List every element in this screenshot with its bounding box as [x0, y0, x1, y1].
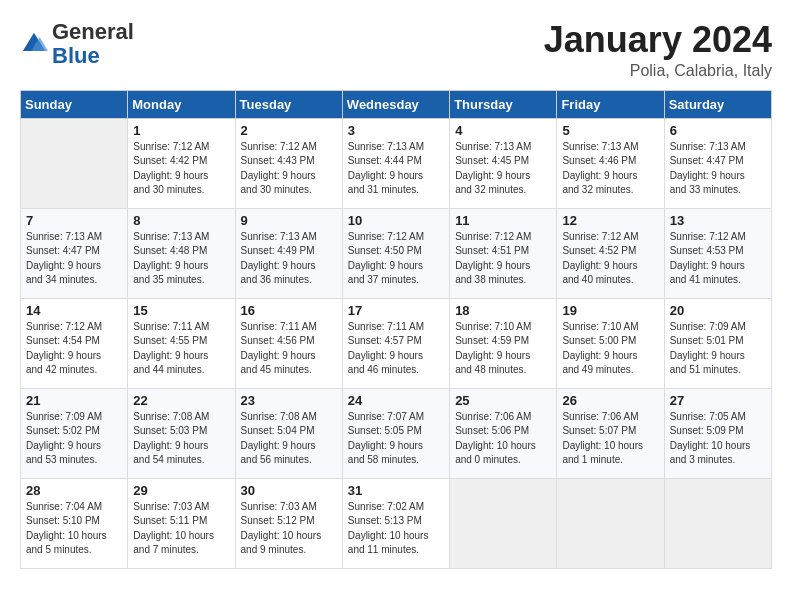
calendar-day-cell: 4Sunrise: 7:13 AM Sunset: 4:45 PM Daylig… — [450, 118, 557, 208]
day-number: 29 — [133, 483, 229, 498]
calendar-day-cell: 26Sunrise: 7:06 AM Sunset: 5:07 PM Dayli… — [557, 388, 664, 478]
day-of-week-header: Tuesday — [235, 90, 342, 118]
day-number: 13 — [670, 213, 766, 228]
day-info: Sunrise: 7:06 AM Sunset: 5:06 PM Dayligh… — [455, 410, 551, 468]
calendar-day-cell: 13Sunrise: 7:12 AM Sunset: 4:53 PM Dayli… — [664, 208, 771, 298]
calendar-week-row: 14Sunrise: 7:12 AM Sunset: 4:54 PM Dayli… — [21, 298, 772, 388]
day-info: Sunrise: 7:02 AM Sunset: 5:13 PM Dayligh… — [348, 500, 444, 558]
day-info: Sunrise: 7:04 AM Sunset: 5:10 PM Dayligh… — [26, 500, 122, 558]
calendar-day-cell — [450, 478, 557, 568]
day-number: 25 — [455, 393, 551, 408]
day-info: Sunrise: 7:12 AM Sunset: 4:42 PM Dayligh… — [133, 140, 229, 198]
day-number: 8 — [133, 213, 229, 228]
day-info: Sunrise: 7:13 AM Sunset: 4:47 PM Dayligh… — [670, 140, 766, 198]
logo-general: General — [52, 19, 134, 44]
day-info: Sunrise: 7:13 AM Sunset: 4:44 PM Dayligh… — [348, 140, 444, 198]
calendar-day-cell: 8Sunrise: 7:13 AM Sunset: 4:48 PM Daylig… — [128, 208, 235, 298]
calendar-day-cell: 17Sunrise: 7:11 AM Sunset: 4:57 PM Dayli… — [342, 298, 449, 388]
calendar-day-cell: 14Sunrise: 7:12 AM Sunset: 4:54 PM Dayli… — [21, 298, 128, 388]
day-info: Sunrise: 7:12 AM Sunset: 4:53 PM Dayligh… — [670, 230, 766, 288]
day-of-week-header: Monday — [128, 90, 235, 118]
day-of-week-header: Wednesday — [342, 90, 449, 118]
day-info: Sunrise: 7:12 AM Sunset: 4:51 PM Dayligh… — [455, 230, 551, 288]
day-of-week-header: Saturday — [664, 90, 771, 118]
day-number: 6 — [670, 123, 766, 138]
day-info: Sunrise: 7:03 AM Sunset: 5:11 PM Dayligh… — [133, 500, 229, 558]
calendar-day-cell: 25Sunrise: 7:06 AM Sunset: 5:06 PM Dayli… — [450, 388, 557, 478]
day-number: 4 — [455, 123, 551, 138]
day-info: Sunrise: 7:08 AM Sunset: 5:03 PM Dayligh… — [133, 410, 229, 468]
day-number: 1 — [133, 123, 229, 138]
calendar-day-cell — [664, 478, 771, 568]
day-number: 11 — [455, 213, 551, 228]
day-number: 15 — [133, 303, 229, 318]
day-info: Sunrise: 7:09 AM Sunset: 5:01 PM Dayligh… — [670, 320, 766, 378]
logo-icon — [20, 30, 48, 58]
day-info: Sunrise: 7:12 AM Sunset: 4:54 PM Dayligh… — [26, 320, 122, 378]
day-info: Sunrise: 7:12 AM Sunset: 4:50 PM Dayligh… — [348, 230, 444, 288]
day-info: Sunrise: 7:08 AM Sunset: 5:04 PM Dayligh… — [241, 410, 337, 468]
day-info: Sunrise: 7:12 AM Sunset: 4:43 PM Dayligh… — [241, 140, 337, 198]
calendar-day-cell: 18Sunrise: 7:10 AM Sunset: 4:59 PM Dayli… — [450, 298, 557, 388]
day-number: 16 — [241, 303, 337, 318]
logo: General Blue — [20, 20, 134, 68]
day-number: 26 — [562, 393, 658, 408]
calendar-week-row: 7Sunrise: 7:13 AM Sunset: 4:47 PM Daylig… — [21, 208, 772, 298]
day-number: 12 — [562, 213, 658, 228]
calendar-day-cell: 15Sunrise: 7:11 AM Sunset: 4:55 PM Dayli… — [128, 298, 235, 388]
day-info: Sunrise: 7:03 AM Sunset: 5:12 PM Dayligh… — [241, 500, 337, 558]
calendar-day-cell: 21Sunrise: 7:09 AM Sunset: 5:02 PM Dayli… — [21, 388, 128, 478]
day-of-week-header: Sunday — [21, 90, 128, 118]
calendar-day-cell: 28Sunrise: 7:04 AM Sunset: 5:10 PM Dayli… — [21, 478, 128, 568]
day-number: 2 — [241, 123, 337, 138]
day-info: Sunrise: 7:06 AM Sunset: 5:07 PM Dayligh… — [562, 410, 658, 468]
day-number: 14 — [26, 303, 122, 318]
day-number: 21 — [26, 393, 122, 408]
calendar-day-cell: 24Sunrise: 7:07 AM Sunset: 5:05 PM Dayli… — [342, 388, 449, 478]
day-number: 7 — [26, 213, 122, 228]
calendar-day-cell: 30Sunrise: 7:03 AM Sunset: 5:12 PM Dayli… — [235, 478, 342, 568]
day-number: 3 — [348, 123, 444, 138]
day-info: Sunrise: 7:13 AM Sunset: 4:47 PM Dayligh… — [26, 230, 122, 288]
calendar-day-cell: 27Sunrise: 7:05 AM Sunset: 5:09 PM Dayli… — [664, 388, 771, 478]
day-number: 10 — [348, 213, 444, 228]
day-info: Sunrise: 7:10 AM Sunset: 5:00 PM Dayligh… — [562, 320, 658, 378]
calendar-day-cell: 31Sunrise: 7:02 AM Sunset: 5:13 PM Dayli… — [342, 478, 449, 568]
day-info: Sunrise: 7:13 AM Sunset: 4:49 PM Dayligh… — [241, 230, 337, 288]
day-number: 27 — [670, 393, 766, 408]
calendar-day-cell: 10Sunrise: 7:12 AM Sunset: 4:50 PM Dayli… — [342, 208, 449, 298]
calendar-week-row: 1Sunrise: 7:12 AM Sunset: 4:42 PM Daylig… — [21, 118, 772, 208]
calendar-week-row: 21Sunrise: 7:09 AM Sunset: 5:02 PM Dayli… — [21, 388, 772, 478]
day-number: 30 — [241, 483, 337, 498]
calendar-day-cell: 29Sunrise: 7:03 AM Sunset: 5:11 PM Dayli… — [128, 478, 235, 568]
day-number: 19 — [562, 303, 658, 318]
calendar-day-cell: 9Sunrise: 7:13 AM Sunset: 4:49 PM Daylig… — [235, 208, 342, 298]
calendar-day-cell: 11Sunrise: 7:12 AM Sunset: 4:51 PM Dayli… — [450, 208, 557, 298]
calendar-header-row: SundayMondayTuesdayWednesdayThursdayFrid… — [21, 90, 772, 118]
calendar-week-row: 28Sunrise: 7:04 AM Sunset: 5:10 PM Dayli… — [21, 478, 772, 568]
day-of-week-header: Thursday — [450, 90, 557, 118]
calendar-day-cell: 12Sunrise: 7:12 AM Sunset: 4:52 PM Dayli… — [557, 208, 664, 298]
day-info: Sunrise: 7:05 AM Sunset: 5:09 PM Dayligh… — [670, 410, 766, 468]
day-number: 18 — [455, 303, 551, 318]
day-info: Sunrise: 7:11 AM Sunset: 4:56 PM Dayligh… — [241, 320, 337, 378]
day-info: Sunrise: 7:13 AM Sunset: 4:48 PM Dayligh… — [133, 230, 229, 288]
day-number: 31 — [348, 483, 444, 498]
day-info: Sunrise: 7:12 AM Sunset: 4:52 PM Dayligh… — [562, 230, 658, 288]
day-info: Sunrise: 7:11 AM Sunset: 4:57 PM Dayligh… — [348, 320, 444, 378]
day-number: 22 — [133, 393, 229, 408]
day-of-week-header: Friday — [557, 90, 664, 118]
day-number: 17 — [348, 303, 444, 318]
day-number: 23 — [241, 393, 337, 408]
day-info: Sunrise: 7:11 AM Sunset: 4:55 PM Dayligh… — [133, 320, 229, 378]
day-number: 20 — [670, 303, 766, 318]
calendar-day-cell: 1Sunrise: 7:12 AM Sunset: 4:42 PM Daylig… — [128, 118, 235, 208]
calendar-day-cell: 2Sunrise: 7:12 AM Sunset: 4:43 PM Daylig… — [235, 118, 342, 208]
calendar-table: SundayMondayTuesdayWednesdayThursdayFrid… — [20, 90, 772, 569]
page-header: General Blue January 2024 Polia, Calabri… — [20, 20, 772, 80]
day-info: Sunrise: 7:10 AM Sunset: 4:59 PM Dayligh… — [455, 320, 551, 378]
day-info: Sunrise: 7:13 AM Sunset: 4:46 PM Dayligh… — [562, 140, 658, 198]
calendar-day-cell: 23Sunrise: 7:08 AM Sunset: 5:04 PM Dayli… — [235, 388, 342, 478]
day-info: Sunrise: 7:09 AM Sunset: 5:02 PM Dayligh… — [26, 410, 122, 468]
calendar-day-cell: 7Sunrise: 7:13 AM Sunset: 4:47 PM Daylig… — [21, 208, 128, 298]
